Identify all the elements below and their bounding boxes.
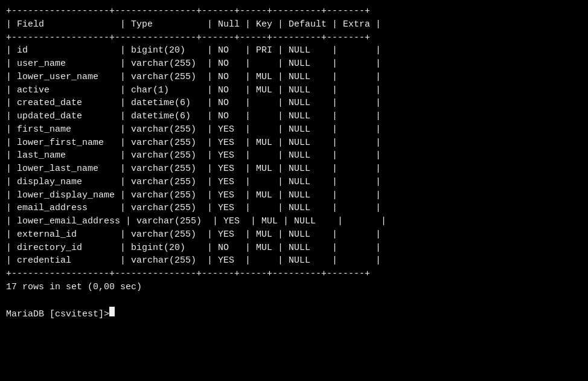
terminal-output: +------------------+---------------+----… [6, 5, 582, 307]
prompt-line: MariaDB [csvitest]> [6, 307, 582, 319]
prompt-text: MariaDB [csvitest]> [6, 309, 109, 319]
terminal-cursor [109, 307, 115, 316]
terminal-window[interactable]: +------------------+---------------+----… [0, 0, 588, 381]
